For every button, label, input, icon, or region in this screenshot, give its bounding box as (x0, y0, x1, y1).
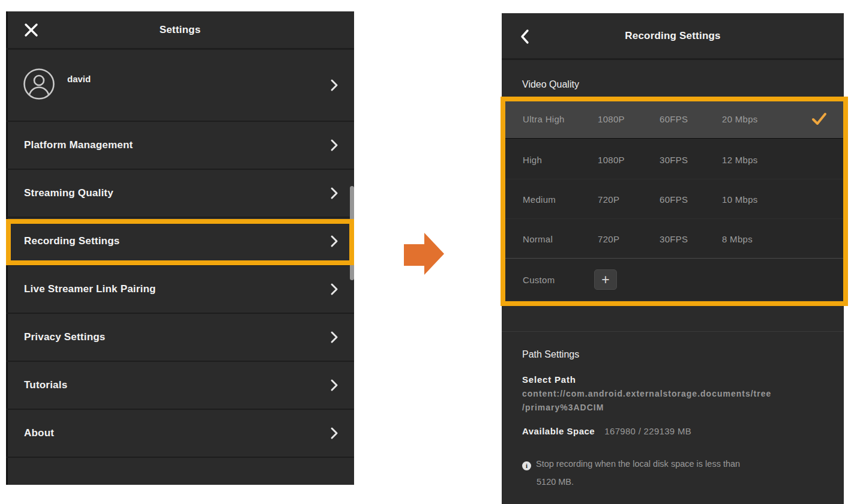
account-row[interactable]: david (6, 50, 354, 122)
quality-framerate: 60FPS (660, 114, 688, 124)
menu-label: Live Streamer Link Pairing (24, 283, 156, 295)
menu-label: Streaming Quality (24, 187, 113, 199)
quality-framerate: 30FPS (660, 154, 688, 164)
settings-screen: Settings david Platform Management Strea… (6, 11, 354, 485)
info-text-line1: Stop recording when the local disk space… (536, 459, 740, 469)
quality-row-custom: Custom + (502, 258, 844, 300)
add-custom-quality-button[interactable]: + (594, 269, 617, 290)
chevron-right-icon (330, 235, 338, 248)
section-divider (502, 331, 844, 332)
info-icon: i (522, 461, 531, 470)
flow-arrow-head (424, 233, 444, 275)
quality-name: Normal (523, 233, 553, 244)
menu-item-platform-management[interactable]: Platform Management (6, 122, 354, 170)
chevron-right-icon (330, 79, 338, 92)
menu-item-about[interactable]: About (6, 410, 354, 458)
menu-item-recording-settings[interactable]: Recording Settings (6, 218, 354, 266)
quality-resolution: 1080P (598, 154, 625, 164)
quality-row-medium[interactable]: Medium 720P 60FPS 10 Mbps (502, 179, 844, 218)
quality-bitrate: 8 Mbps (722, 233, 753, 244)
scrollbar-thumb[interactable] (350, 186, 354, 280)
quality-resolution: 720P (598, 194, 619, 204)
close-button[interactable] (20, 19, 42, 41)
avatar-icon (23, 68, 55, 100)
info-line1-wrap: iStop recording when the local disk spac… (522, 457, 825, 470)
path-settings-section-label: Path Settings (522, 349, 579, 360)
chevron-right-icon (330, 139, 338, 152)
menu-item-live-streamer-link-pairing[interactable]: Live Streamer Link Pairing (6, 266, 354, 314)
quality-row-high[interactable]: High 1080P 30FPS 12 Mbps (502, 139, 844, 179)
menu-label: Tutorials (24, 379, 67, 391)
settings-title: Settings (160, 24, 201, 36)
menu-label: Privacy Settings (24, 331, 105, 343)
available-space-label: Available Space (522, 426, 595, 436)
quality-name: Ultra High (523, 114, 565, 124)
screenshot-canvas: Settings david Platform Management Strea… (0, 0, 866, 504)
quality-row-normal[interactable]: Normal 720P 30FPS 8 Mbps (502, 218, 844, 258)
menu-item-privacy-settings[interactable]: Privacy Settings (6, 314, 354, 362)
back-button[interactable] (514, 26, 535, 47)
chevron-right-icon (330, 331, 338, 344)
menu-item-streaming-quality[interactable]: Streaming Quality (6, 170, 354, 218)
flow-arrow-body (404, 244, 424, 266)
close-icon (23, 22, 39, 38)
quality-bitrate: 12 Mbps (722, 154, 758, 164)
flow-arrow-icon (404, 233, 445, 275)
account-name: david (67, 74, 91, 84)
chevron-right-icon (330, 379, 338, 392)
menu-item-tutorials[interactable]: Tutorials (6, 362, 354, 410)
quality-name: Medium (523, 194, 556, 204)
recording-settings-header: Recording Settings (502, 13, 844, 60)
available-space-row: Available Space 167980 / 229139 MB (522, 426, 691, 436)
selected-path-line1: content://com.android.externalstorage.do… (522, 387, 771, 401)
quality-row-ultra-high[interactable]: Ultra High 1080P 60FPS 20 Mbps (502, 100, 844, 139)
menu-label: About (24, 427, 54, 439)
video-quality-section-label: Video Quality (522, 79, 579, 90)
quality-name: Custom (523, 274, 555, 284)
quality-framerate: 60FPS (660, 194, 688, 204)
quality-name: High (523, 154, 542, 164)
quality-framerate: 30FPS (660, 233, 688, 244)
quality-bitrate: 20 Mbps (722, 114, 758, 124)
select-path-row[interactable]: Select Path content://com.android.extern… (522, 374, 771, 415)
video-quality-table: Ultra High 1080P 60FPS 20 Mbps High 1080… (502, 100, 844, 300)
quality-resolution: 720P (598, 233, 619, 244)
chevron-right-icon (330, 187, 338, 200)
chevron-right-icon (330, 427, 338, 440)
settings-menu: Platform Management Streaming Quality Re… (6, 122, 354, 458)
check-icon (811, 112, 827, 126)
quality-resolution: 1080P (598, 114, 625, 124)
settings-header: Settings (6, 11, 354, 50)
chevron-right-icon (330, 283, 338, 296)
info-text-line2: 5120 MB. (537, 475, 825, 488)
selected-path-line2: /primary%3ADCIM (522, 401, 771, 415)
back-arrow-icon (520, 29, 529, 44)
disk-space-info: iStop recording when the local disk spac… (522, 457, 825, 488)
select-path-label: Select Path (522, 374, 771, 385)
available-space-value: 167980 / 229139 MB (604, 426, 691, 436)
recording-settings-title: Recording Settings (625, 30, 720, 42)
recording-settings-screen: Recording Settings Video Quality Ultra H… (502, 13, 844, 504)
menu-label: Recording Settings (24, 235, 119, 247)
menu-label: Platform Management (24, 139, 133, 151)
quality-bitrate: 10 Mbps (722, 194, 758, 204)
